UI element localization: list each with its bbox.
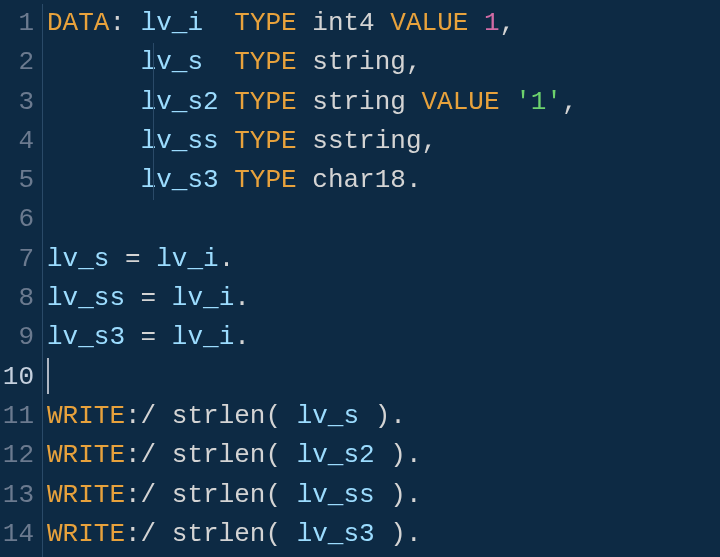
code-line-14[interactable]: WRITE:/ strlen( lv_s3 ). xyxy=(47,515,720,554)
line-number: 6 xyxy=(0,200,34,239)
identifier: lv_i xyxy=(172,322,234,352)
keyword-value: VALUE xyxy=(390,8,468,38)
code-line-11[interactable]: WRITE:/ strlen( lv_s ). xyxy=(47,397,720,436)
number-literal: 1 xyxy=(484,8,500,38)
line-number: 11 xyxy=(0,397,34,436)
code-line-3[interactable]: lv_s2 TYPE string VALUE '1', xyxy=(47,83,720,122)
identifier: lv_s3 xyxy=(47,322,125,352)
keyword-type: TYPE xyxy=(234,165,296,195)
code-line-13[interactable]: WRITE:/ strlen( lv_ss ). xyxy=(47,476,720,515)
line-number: 8 xyxy=(0,279,34,318)
text-cursor xyxy=(47,358,49,394)
type-name: string xyxy=(312,47,406,77)
code-editor[interactable]: 1 2 3 4 5 6 7 8 9 10 11 12 13 14 DATA: l… xyxy=(0,0,720,557)
line-number: 12 xyxy=(0,436,34,475)
identifier: lv_s3 xyxy=(297,519,375,549)
identifier: lv_i xyxy=(141,8,203,38)
type-name: char18 xyxy=(312,165,406,195)
function-call: strlen( xyxy=(172,440,297,470)
line-number: 5 xyxy=(0,161,34,200)
keyword-type: TYPE xyxy=(234,126,296,156)
indent-guide xyxy=(153,43,154,200)
keyword-type: TYPE xyxy=(234,87,296,117)
line-number: 7 xyxy=(0,240,34,279)
code-area[interactable]: DATA: lv_i TYPE int4 VALUE 1, lv_s TYPE … xyxy=(42,4,720,557)
function-call: strlen( xyxy=(172,519,297,549)
code-line-2[interactable]: lv_s TYPE string, xyxy=(47,43,720,82)
code-line-9[interactable]: lv_s3 = lv_i. xyxy=(47,318,720,357)
line-number: 9 xyxy=(0,318,34,357)
identifier: lv_s xyxy=(297,401,359,431)
function-call: strlen( xyxy=(172,401,297,431)
keyword-write: WRITE xyxy=(47,519,125,549)
code-line-10[interactable] xyxy=(47,358,720,397)
identifier: lv_s xyxy=(141,47,203,77)
identifier: lv_i xyxy=(172,283,234,313)
code-line-8[interactable]: lv_ss = lv_i. xyxy=(47,279,720,318)
identifier: lv_s xyxy=(47,244,109,274)
keyword-value: VALUE xyxy=(422,87,500,117)
code-line-12[interactable]: WRITE:/ strlen( lv_s2 ). xyxy=(47,436,720,475)
line-number: 13 xyxy=(0,476,34,515)
identifier: lv_s2 xyxy=(297,440,375,470)
code-line-1[interactable]: DATA: lv_i TYPE int4 VALUE 1, xyxy=(47,4,720,43)
type-name: int4 xyxy=(312,8,374,38)
line-number: 14 xyxy=(0,515,34,554)
line-number: 3 xyxy=(0,83,34,122)
line-number-gutter: 1 2 3 4 5 6 7 8 9 10 11 12 13 14 xyxy=(0,4,42,557)
keyword-write: WRITE xyxy=(47,440,125,470)
code-line-4[interactable]: lv_ss TYPE sstring, xyxy=(47,122,720,161)
code-line-6[interactable] xyxy=(47,200,720,239)
keyword-write: WRITE xyxy=(47,480,125,510)
code-line-7[interactable]: lv_s = lv_i. xyxy=(47,240,720,279)
code-line-5[interactable]: lv_s3 TYPE char18. xyxy=(47,161,720,200)
line-number: 4 xyxy=(0,122,34,161)
line-number: 1 xyxy=(0,4,34,43)
type-name: sstring xyxy=(312,126,421,156)
keyword-type: TYPE xyxy=(234,47,296,77)
identifier: lv_i xyxy=(156,244,218,274)
identifier: lv_ss xyxy=(47,283,125,313)
line-number: 2 xyxy=(0,43,34,82)
function-call: strlen( xyxy=(172,480,297,510)
keyword-data: DATA xyxy=(47,8,109,38)
line-number: 10 xyxy=(0,358,34,397)
keyword-write: WRITE xyxy=(47,401,125,431)
type-name: string xyxy=(312,87,406,117)
identifier: lv_ss xyxy=(297,480,375,510)
keyword-type: TYPE xyxy=(234,8,296,38)
string-literal: '1' xyxy=(515,87,562,117)
